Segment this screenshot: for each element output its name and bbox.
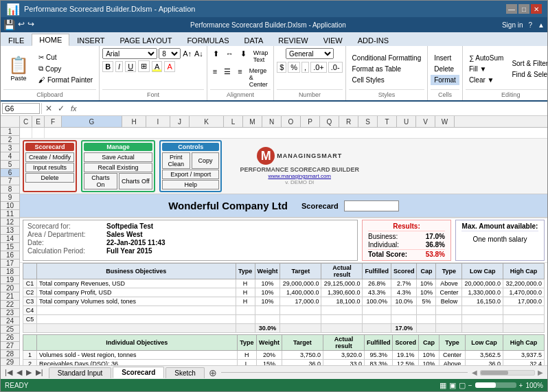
- sheet-nav-first[interactable]: |◀: [3, 368, 14, 377]
- increase-font-btn[interactable]: A↑: [182, 49, 192, 58]
- maximize-btn[interactable]: □: [518, 4, 529, 14]
- col-header-p[interactable]: P: [301, 116, 320, 127]
- bo-c4-desc[interactable]: [37, 306, 236, 315]
- zoom-out-btn[interactable]: −: [468, 382, 472, 389]
- tab-insert[interactable]: INSERT: [69, 34, 112, 46]
- bo-c1-desc[interactable]: Total company Revenues, USD: [37, 279, 236, 288]
- percent-btn[interactable]: %: [288, 62, 300, 73]
- col-header-i[interactable]: I: [146, 116, 170, 127]
- font-size-select[interactable]: 8: [159, 48, 181, 59]
- fill-color-btn[interactable]: A: [152, 61, 162, 72]
- tab-review[interactable]: REVIEW: [271, 34, 315, 46]
- tab-data[interactable]: DATA: [237, 34, 271, 46]
- h-scrollbar[interactable]: [480, 370, 535, 376]
- col-header-h[interactable]: H: [122, 116, 146, 127]
- create-modify-btn[interactable]: Create / Modify: [25, 152, 74, 162]
- cell-r1-rest[interactable]: [45, 128, 547, 138]
- cell-styles-btn[interactable]: Cell Styles: [349, 75, 425, 85]
- delete-btn[interactable]: Delete: [25, 173, 74, 183]
- col-header-u[interactable]: U: [397, 116, 416, 127]
- number-format-select[interactable]: General: [286, 48, 334, 59]
- help-btn[interactable]: ?: [529, 21, 533, 29]
- sheet-tab-scorecard[interactable]: Scorecard: [113, 367, 164, 378]
- save-qat-btn[interactable]: 💾: [3, 19, 15, 30]
- recall-existing-btn[interactable]: Recall Existing: [84, 163, 152, 172]
- format-painter-btn[interactable]: 🖌 Format Painter: [35, 75, 96, 85]
- sheet-nav-next[interactable]: ▶: [25, 368, 33, 377]
- paste-btn[interactable]: 📋 Paste: [3, 52, 34, 85]
- col-header-l[interactable]: L: [224, 116, 243, 127]
- dec-increase-btn[interactable]: .0+: [310, 62, 327, 73]
- save-actual-btn[interactable]: Save Actual: [84, 152, 152, 162]
- cell-r1-e[interactable]: [32, 128, 45, 138]
- help-controls-btn[interactable]: Help: [162, 180, 220, 189]
- minimize-btn[interactable]: —: [506, 4, 517, 14]
- view-normal-btn[interactable]: ▦: [439, 381, 446, 390]
- find-btn[interactable]: Find & Select: [508, 69, 548, 80]
- sheet-nav-last[interactable]: ▶|: [34, 368, 45, 377]
- col-header-v[interactable]: V: [416, 116, 435, 127]
- col-header-g[interactable]: G: [62, 116, 122, 127]
- export-import-btn[interactable]: Export / Import: [162, 170, 220, 179]
- col-header-f[interactable]: F: [45, 116, 62, 127]
- sheet-nav-prev[interactable]: ◀: [15, 368, 23, 377]
- col-header-r[interactable]: R: [339, 116, 358, 127]
- clear-btn[interactable]: Clear ▼: [466, 75, 507, 85]
- add-sheet-btn[interactable]: ⊕: [205, 367, 221, 378]
- tab-home[interactable]: HOME: [32, 34, 69, 46]
- insert-cells-btn[interactable]: Insert: [431, 53, 459, 63]
- font-name-select[interactable]: Arial: [102, 48, 157, 59]
- tab-page-layout[interactable]: PAGE LAYOUT: [112, 34, 179, 46]
- col-header-s[interactable]: S: [358, 116, 378, 127]
- wrap-text-btn[interactable]: Wrap Text: [251, 48, 271, 65]
- align-right-btn[interactable]: ≡: [235, 66, 244, 89]
- io-1-desc[interactable]: Volumes sold - West region, tonnes: [37, 351, 238, 360]
- h-scrollbar-thumb[interactable]: [481, 371, 508, 375]
- view-pagebreak-btn[interactable]: ▢: [459, 381, 466, 390]
- conditional-format-btn[interactable]: Conditional Formatting: [349, 53, 425, 63]
- scorecard-name-input[interactable]: [344, 200, 399, 211]
- col-header-m[interactable]: M: [243, 116, 262, 127]
- font-color-btn[interactable]: A: [164, 61, 174, 72]
- print-clean-btn[interactable]: Print Clean: [162, 152, 190, 169]
- zoom-slider[interactable]: [475, 382, 516, 388]
- align-left-btn[interactable]: ≡: [210, 66, 220, 89]
- tab-file[interactable]: FILE: [1, 34, 32, 46]
- border-btn[interactable]: ⊞: [138, 60, 150, 72]
- col-header-j[interactable]: J: [170, 116, 190, 127]
- autosum-btn[interactable]: ∑ AutoSum: [466, 53, 507, 63]
- tab-formulas[interactable]: FORMULAS: [179, 34, 236, 46]
- sort-btn[interactable]: Sort & Filter: [508, 58, 548, 69]
- dec-decrease-btn[interactable]: .0-: [328, 62, 343, 73]
- function-confirm-btn[interactable]: ✓: [56, 104, 67, 113]
- logo-url[interactable]: www.managingsmart.com: [268, 173, 331, 179]
- comma-btn[interactable]: ,: [301, 62, 309, 73]
- align-center-btn[interactable]: ☰: [221, 66, 233, 89]
- col-header-n[interactable]: N: [262, 116, 282, 127]
- formula-input[interactable]: [81, 105, 546, 113]
- charts-on-btn[interactable]: Charts On: [84, 173, 117, 189]
- currency-btn[interactable]: $: [277, 62, 286, 73]
- align-top-btn[interactable]: ⬆: [210, 48, 222, 65]
- input-results-btn[interactable]: Input results: [25, 163, 74, 172]
- tab-view[interactable]: VIEW: [316, 34, 350, 46]
- italic-btn[interactable]: I: [115, 61, 123, 72]
- charts-off-btn[interactable]: Charts Off: [119, 173, 152, 189]
- bo-c5-desc[interactable]: [37, 315, 236, 324]
- function-cancel-btn[interactable]: ✕: [43, 104, 54, 113]
- bold-btn[interactable]: B: [102, 61, 113, 72]
- col-header-q[interactable]: Q: [320, 116, 339, 127]
- format-cells-btn[interactable]: Format: [431, 75, 459, 85]
- col-header-c[interactable]: C: [20, 116, 32, 127]
- decrease-font-btn[interactable]: A↓: [194, 49, 204, 58]
- redo-qat-btn[interactable]: ↪: [27, 19, 34, 30]
- bo-c2-desc[interactable]: Total company Profit, USD: [37, 288, 236, 297]
- cell-r1-c[interactable]: [20, 128, 32, 138]
- minimize-ribbon-btn[interactable]: ▲: [538, 21, 545, 29]
- copy-btn2[interactable]: Copy: [192, 152, 220, 169]
- col-header-e[interactable]: E: [32, 116, 45, 127]
- format-as-table-btn[interactable]: Format as Table: [349, 64, 425, 74]
- delete-cells-btn[interactable]: Delete: [431, 64, 459, 74]
- fill-btn[interactable]: Fill ▼: [466, 64, 507, 74]
- col-header-o[interactable]: O: [282, 116, 301, 127]
